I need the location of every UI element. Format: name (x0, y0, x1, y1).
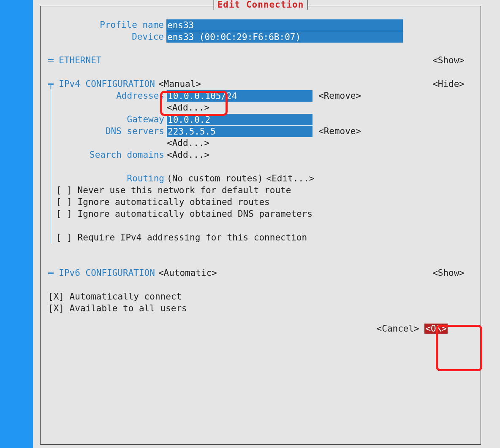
edit-connection-dialog: Edit Connection Profile name ens33 Devic… (40, 6, 481, 445)
autoconnect-checkbox[interactable]: [X] Automatically connect (48, 291, 473, 302)
address-input[interactable]: 10.0.0.105/24 (167, 90, 312, 102)
routing-status: (No custom routes) (167, 173, 263, 184)
ok-button[interactable]: <OK> (424, 324, 448, 334)
dns-row: DNS servers 223.5.5.5 <Remove> (56, 125, 473, 137)
dns-label: DNS servers (56, 125, 167, 137)
ipv4-mode-select[interactable]: <Manual> (158, 78, 201, 90)
ignore-routes-checkbox[interactable]: [ ] Ignore automatically obtained routes (56, 196, 473, 208)
dns-remove-button[interactable]: <Remove> (318, 125, 361, 137)
ipv6-section: ═ IPv6 CONFIGURATION <Automatic> <Show> (48, 267, 473, 279)
profile-name-label: Profile name (48, 19, 166, 31)
address-remove-button[interactable]: <Remove> (318, 90, 361, 102)
ipv4-heading: IPv4 CONFIGURATION (59, 78, 155, 90)
ipv4-section: ╤ IPv4 CONFIGURATION <Manual> <Hide> (48, 78, 473, 90)
ethernet-show-button[interactable]: <Show> (432, 54, 465, 66)
profile-name-input[interactable]: ens33 (166, 19, 403, 31)
ethernet-heading: ETHERNET (59, 54, 101, 66)
ipv4-expand-icon[interactable]: ╤ (48, 78, 59, 90)
all-users-checkbox[interactable]: [X] Available to all users (48, 302, 473, 314)
ipv6-expand-icon[interactable]: ═ (48, 267, 59, 279)
cancel-button[interactable]: <Cancel> (377, 324, 419, 334)
gateway-row: Gateway 10.0.0.2 (56, 113, 473, 125)
routing-label: Routing (56, 173, 167, 184)
routing-edit-button[interactable]: <Edit...> (266, 173, 315, 184)
ipv6-heading: IPv6 CONFIGURATION (59, 267, 155, 279)
gateway-input[interactable]: 10.0.0.2 (167, 114, 312, 125)
search-domains-add-button[interactable]: <Add...> (167, 149, 209, 161)
ignore-dns-checkbox[interactable]: [ ] Ignore automatically obtained DNS pa… (56, 208, 473, 220)
ethernet-section: ═ ETHERNET <Show> (48, 54, 473, 66)
gateway-label: Gateway (56, 113, 167, 125)
ipv6-mode-select[interactable]: <Automatic> (158, 267, 217, 279)
ipv6-show-button[interactable]: <Show> (432, 267, 465, 279)
search-domains-row: Search domains <Add...> (56, 149, 473, 161)
device-row: Device ens33 (00:0C:29:F6:6B:07) (48, 31, 473, 43)
device-label: Device (48, 31, 166, 43)
device-input[interactable]: ens33 (00:0C:29:F6:6B:07) (166, 31, 403, 43)
addresses-row: Addresses 10.0.0.105/24 <Remove> (56, 90, 473, 102)
address-add-button[interactable]: <Add...> (167, 102, 209, 113)
never-default-route-checkbox[interactable]: [ ] Never use this network for default r… (56, 184, 473, 196)
dns-input[interactable]: 223.5.5.5 (167, 126, 312, 137)
search-domains-label: Search domains (56, 149, 167, 161)
profile-name-row: Profile name ens33 (48, 19, 473, 31)
addresses-label: Addresses (56, 90, 167, 102)
routing-row: Routing (No custom routes) <Edit...> (56, 173, 473, 184)
dns-add-button[interactable]: <Add...> (167, 137, 209, 149)
require-ipv4-checkbox[interactable]: [ ] Require IPv4 addressing for this con… (56, 232, 473, 243)
ipv4-hide-button[interactable]: <Hide> (432, 78, 465, 90)
ethernet-expand-icon[interactable]: ═ (48, 54, 59, 66)
